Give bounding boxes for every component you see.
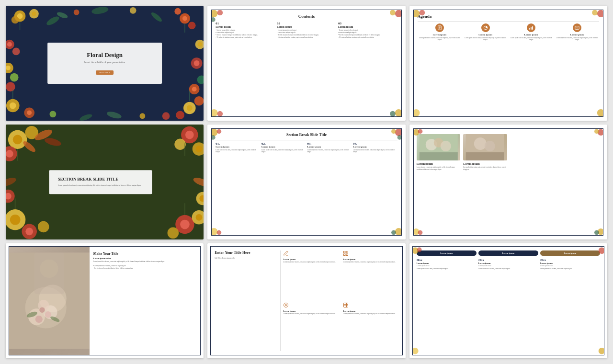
four-num-3: 03. (307, 142, 352, 146)
timeline-body-1: Lorem ipsum dolor sit amet, consectetur … (417, 268, 477, 270)
contents-title: Contents (216, 14, 397, 19)
timeline-body-3: Lorem ipsum dolor sit amet, consectetur … (540, 268, 600, 270)
agenda-body-1: Lorem ipsum dolor sit amet, consectetur … (418, 37, 462, 41)
enter-card-title-2: Lorem ipsum (343, 258, 400, 261)
image-body-1: Lorem sit amet, consectetur adipiscing e… (417, 166, 461, 171)
svg-point-41 (50, 111, 57, 117)
contents-col-1: 01 Lorem ipsum • Lorem ipsum dolor sit a… (216, 22, 275, 39)
timeline-title-2: Lorem ipsum (478, 262, 538, 264)
main-subtitle: Insert the sub title of your presentatio… (58, 61, 152, 64)
svg-rect-133 (466, 152, 504, 160)
svg-point-143 (39, 307, 45, 312)
contents-grid: 01 Lorem ipsum • Lorem ipsum dolor sit a… (216, 22, 397, 39)
agenda-grid: Lorem ipsum Lorem ipsum dolor sit amet, … (418, 23, 599, 41)
agenda-icon-3 (527, 23, 535, 32)
svg-point-53 (217, 111, 223, 116)
svg-point-5 (32, 11, 36, 16)
col-head-2: Lorem ipsum (277, 25, 336, 28)
timeline-sub-1: Lorem ipsum dolor (417, 265, 477, 267)
svg-point-120 (594, 129, 599, 134)
svg-rect-68 (531, 27, 532, 30)
right-text-section: Make Your Title Lorem ipsum dolor Lorem … (90, 247, 201, 355)
enter-card-4: Lorem ipsum Lorem ipsum dolor sit amet, … (343, 302, 400, 352)
slide-2-contents: Contents 01 Lorem ipsum • Lorem ipsum do… (207, 6, 405, 121)
svg-rect-148 (344, 251, 346, 253)
image-title-1: Lorem ipsum (417, 162, 461, 165)
left-image-section (9, 247, 90, 355)
col-num-3: 03 (338, 22, 397, 25)
enter-left: Enter Your Title Here Sub Title : Lorem … (215, 250, 281, 351)
enter-card-body-2: Lorem ipsum dolor sit amet, consectetur … (343, 261, 400, 263)
svg-point-52 (212, 109, 218, 116)
four-col-3: 03. Lorem ipsum Lorem ipsum dolor sit am… (307, 142, 352, 153)
enter-icon-2 (343, 250, 400, 257)
svg-point-95 (196, 214, 203, 221)
svg-point-38 (74, 10, 79, 15)
svg-point-123 (597, 228, 603, 235)
make-sub: Lorem ipsum dolor (93, 257, 197, 260)
svg-point-152 (284, 303, 288, 307)
enter-icon-1 (283, 250, 341, 257)
slide-inner: Lorem ipsum Lorem ipsum Lorem ipsum 20xx… (412, 246, 604, 355)
svg-point-112 (397, 135, 401, 140)
image-title-2: Lorem ipsum (463, 162, 507, 165)
svg-point-26 (10, 73, 19, 82)
col-body-3: • Lorem ipsum dolor sit amet • consectet… (338, 29, 397, 39)
four-body-3: Lorem ipsum dolor sit amet, consectetur … (307, 149, 352, 153)
agenda-icon-4 (573, 23, 581, 32)
timeline-sub-2: Lorem ipsum dolor (478, 265, 538, 267)
image-col-1: Lorem ipsum Lorem sit amet, consectetur … (417, 134, 461, 232)
image-placeholder-2 (463, 134, 507, 160)
timeline-year-1: 20xx (417, 259, 477, 262)
four-body-1: Lorem ium dolor sit amet, consectetur ad… (216, 149, 260, 153)
svg-point-142 (45, 311, 51, 318)
agenda-icon-1 (435, 23, 444, 32)
svg-point-119 (597, 129, 603, 136)
svg-rect-62 (438, 26, 442, 30)
four-head-3: Lorem ipsum (307, 146, 352, 148)
svg-point-86 (174, 138, 186, 150)
svg-point-141 (35, 316, 43, 323)
four-head-2: Lorem ipsum (261, 146, 306, 148)
slide-inner: Section Break Slide Title 01. Lorem ipsu… (211, 128, 401, 236)
image-content-grid: Lorem ipsum Lorem sit amet, consectetur … (417, 132, 507, 232)
svg-point-132 (485, 141, 495, 151)
svg-point-83 (185, 131, 194, 139)
section-break-body: Lorem ipsum dolor sit amet, consectetur … (58, 184, 144, 187)
svg-point-54 (395, 109, 401, 116)
col-body-1: • Lorem ipsum dolor sit amet • consectet… (216, 29, 275, 39)
timeline-title-3: Lorem ipsum (540, 262, 600, 264)
svg-rect-67 (529, 28, 530, 29)
image-body-2: Lorem ad minim veniam, quis nostrud exer… (463, 166, 507, 171)
agenda-body-2: Lorem ipsum dolor sit amet, consectetur … (463, 37, 508, 41)
four-col-4: 04. Lorem ipsum Lorem ipsum dolor sit am… (353, 142, 397, 153)
svg-point-25 (6, 66, 11, 70)
timeline-sub-3: Lorem ipsum dolor (540, 265, 600, 267)
svg-point-23 (12, 48, 20, 56)
enter-card-1: Lorem ipsum Lorem ipsum dolor sit amet, … (283, 250, 341, 300)
svg-rect-69 (532, 26, 533, 30)
agenda-icon-2 (481, 23, 490, 32)
timeline-cols: 20xx Lorem ipsum Lorem ipsum dolor Lorem… (417, 259, 600, 270)
svg-point-27 (6, 82, 15, 91)
svg-point-93 (180, 220, 190, 229)
four-num-1: 01. (216, 142, 260, 146)
svg-point-113 (212, 228, 218, 235)
section-break-title: SECTION BREAK SLIDE TITLE (58, 177, 144, 182)
agenda-label-2: Lorem ipsum (463, 34, 508, 36)
timeline-tabs: Lorem ipsum Lorem ipsum Lorem ipsum (417, 250, 600, 256)
four-num-4: 04. (353, 142, 397, 146)
svg-point-18 (187, 105, 193, 111)
svg-point-20 (194, 96, 204, 106)
enter-card-2: Lorem ipsum Lorem ipsum dolor sit amet, … (343, 250, 400, 300)
svg-point-49 (212, 17, 216, 22)
enter-card-body-1: Lorem ipsum dolor sit amet, consectetur … (283, 261, 341, 263)
enter-subtitle: Sub Title : Lorem ipsum dolor (215, 257, 278, 259)
image-placeholder-1 (417, 134, 461, 160)
svg-point-109 (212, 135, 216, 140)
svg-point-131 (474, 137, 487, 150)
date-badge: 00.00.20XX (96, 70, 114, 75)
agenda-item-3: Lorem ipsum Lorem ipsum dolor sit amet, … (509, 23, 554, 41)
col-body-2: • Lorem ipsum dolor sit amet • consectet… (277, 29, 336, 39)
svg-point-124 (594, 230, 599, 235)
